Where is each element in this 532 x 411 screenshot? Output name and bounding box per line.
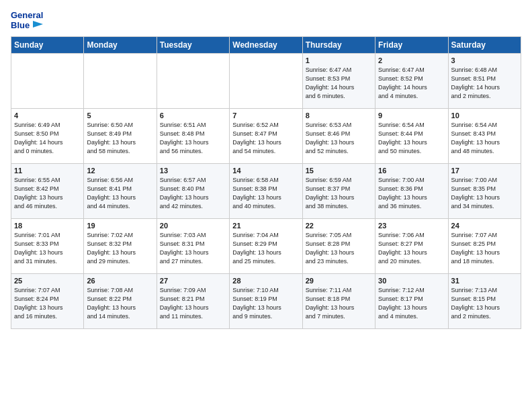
- logo-text-blue: Blue: [11, 21, 43, 31]
- day-number: 8: [306, 111, 372, 120]
- weekday-header-friday: Friday: [375, 36, 448, 53]
- day-number: 13: [160, 167, 226, 175]
- day-cell: 29Sunrise: 7:11 AM Sunset: 8:18 PM Dayli…: [302, 273, 375, 328]
- day-number: 31: [451, 277, 518, 285]
- calendar-table: SundayMondayTuesdayWednesdayThursdayFrid…: [11, 36, 521, 329]
- day-cell: 15Sunrise: 6:59 AM Sunset: 8:37 PM Dayli…: [302, 163, 375, 218]
- day-number: 12: [87, 167, 153, 175]
- day-number: 23: [378, 222, 445, 230]
- day-info: Sunrise: 7:12 AM Sunset: 8:17 PM Dayligh…: [378, 286, 445, 321]
- week-row-4: 18Sunrise: 7:01 AM Sunset: 8:33 PM Dayli…: [11, 218, 521, 273]
- day-number: 29: [306, 277, 372, 285]
- day-info: Sunrise: 6:58 AM Sunset: 8:38 PM Dayligh…: [232, 176, 299, 211]
- logo-graphic: General Blue: [11, 11, 43, 31]
- day-cell: 16Sunrise: 7:00 AM Sunset: 8:36 PM Dayli…: [375, 163, 448, 218]
- day-cell: 19Sunrise: 7:02 AM Sunset: 8:32 PM Dayli…: [84, 218, 157, 273]
- day-cell: 28Sunrise: 7:10 AM Sunset: 8:19 PM Dayli…: [230, 273, 302, 328]
- day-cell: 24Sunrise: 7:07 AM Sunset: 8:25 PM Dayli…: [448, 218, 521, 273]
- day-info: Sunrise: 6:47 AM Sunset: 8:52 PM Dayligh…: [378, 66, 445, 101]
- day-cell: [230, 53, 302, 108]
- day-info: Sunrise: 6:53 AM Sunset: 8:46 PM Dayligh…: [306, 121, 372, 156]
- day-info: Sunrise: 6:48 AM Sunset: 8:51 PM Dayligh…: [451, 66, 518, 101]
- day-number: 1: [306, 56, 372, 64]
- day-info: Sunrise: 7:10 AM Sunset: 8:19 PM Dayligh…: [232, 286, 299, 321]
- day-info: Sunrise: 6:56 AM Sunset: 8:41 PM Dayligh…: [87, 176, 153, 211]
- day-info: Sunrise: 6:54 AM Sunset: 8:44 PM Dayligh…: [378, 121, 445, 156]
- weekday-header-tuesday: Tuesday: [157, 36, 229, 53]
- day-number: 3: [451, 56, 518, 64]
- day-number: 5: [87, 111, 153, 120]
- day-cell: 10Sunrise: 6:54 AM Sunset: 8:43 PM Dayli…: [448, 108, 521, 163]
- day-info: Sunrise: 7:04 AM Sunset: 8:29 PM Dayligh…: [232, 231, 299, 266]
- day-info: Sunrise: 7:08 AM Sunset: 8:22 PM Dayligh…: [87, 286, 153, 321]
- day-info: Sunrise: 7:02 AM Sunset: 8:32 PM Dayligh…: [87, 231, 153, 266]
- day-info: Sunrise: 6:49 AM Sunset: 8:50 PM Dayligh…: [14, 121, 81, 156]
- weekday-header-saturday: Saturday: [448, 36, 521, 53]
- day-number: 19: [87, 222, 153, 230]
- day-cell: 14Sunrise: 6:58 AM Sunset: 8:38 PM Dayli…: [230, 163, 302, 218]
- day-number: 17: [451, 167, 518, 175]
- day-cell: 2Sunrise: 6:47 AM Sunset: 8:52 PM Daylig…: [375, 53, 448, 108]
- day-number: 18: [14, 222, 81, 230]
- day-number: 9: [378, 111, 445, 120]
- day-info: Sunrise: 6:54 AM Sunset: 8:43 PM Dayligh…: [451, 121, 518, 156]
- day-cell: 31Sunrise: 7:13 AM Sunset: 8:15 PM Dayli…: [448, 273, 521, 328]
- day-info: Sunrise: 7:13 AM Sunset: 8:15 PM Dayligh…: [451, 286, 518, 321]
- day-number: 10: [451, 111, 518, 120]
- day-info: Sunrise: 7:05 AM Sunset: 8:28 PM Dayligh…: [306, 231, 372, 266]
- day-cell: 25Sunrise: 7:07 AM Sunset: 8:24 PM Dayli…: [11, 273, 84, 328]
- day-cell: 21Sunrise: 7:04 AM Sunset: 8:29 PM Dayli…: [230, 218, 302, 273]
- day-number: 30: [378, 277, 445, 285]
- day-cell: [84, 53, 157, 108]
- day-info: Sunrise: 6:57 AM Sunset: 8:40 PM Dayligh…: [160, 176, 226, 211]
- weekday-header-wednesday: Wednesday: [230, 36, 302, 53]
- day-cell: 3Sunrise: 6:48 AM Sunset: 8:51 PM Daylig…: [448, 53, 521, 108]
- calendar-header: SundayMondayTuesdayWednesdayThursdayFrid…: [11, 36, 521, 53]
- day-info: Sunrise: 6:50 AM Sunset: 8:49 PM Dayligh…: [87, 121, 153, 156]
- week-row-3: 11Sunrise: 6:55 AM Sunset: 8:42 PM Dayli…: [11, 163, 521, 218]
- day-cell: 17Sunrise: 7:00 AM Sunset: 8:35 PM Dayli…: [448, 163, 521, 218]
- day-info: Sunrise: 6:55 AM Sunset: 8:42 PM Dayligh…: [14, 176, 81, 211]
- day-number: 20: [160, 222, 226, 230]
- day-info: Sunrise: 7:07 AM Sunset: 8:24 PM Dayligh…: [14, 286, 81, 321]
- day-number: 21: [232, 222, 299, 230]
- day-info: Sunrise: 7:00 AM Sunset: 8:36 PM Dayligh…: [378, 176, 445, 211]
- weekday-header-sunday: Sunday: [11, 36, 84, 53]
- day-number: 15: [306, 167, 372, 175]
- day-number: 6: [160, 111, 226, 120]
- day-cell: 1Sunrise: 6:47 AM Sunset: 8:53 PM Daylig…: [302, 53, 375, 108]
- day-cell: 20Sunrise: 7:03 AM Sunset: 8:31 PM Dayli…: [157, 218, 229, 273]
- header-row: General Blue: [11, 11, 521, 31]
- day-cell: 23Sunrise: 7:06 AM Sunset: 8:27 PM Dayli…: [375, 218, 448, 273]
- day-cell: 30Sunrise: 7:12 AM Sunset: 8:17 PM Dayli…: [375, 273, 448, 328]
- calendar-container: General Blue SundayMondayTuesdayWednesda…: [0, 0, 532, 336]
- day-cell: 5Sunrise: 6:50 AM Sunset: 8:49 PM Daylig…: [84, 108, 157, 163]
- day-cell: 7Sunrise: 6:52 AM Sunset: 8:47 PM Daylig…: [230, 108, 302, 163]
- week-row-2: 4Sunrise: 6:49 AM Sunset: 8:50 PM Daylig…: [11, 108, 521, 163]
- day-cell: 4Sunrise: 6:49 AM Sunset: 8:50 PM Daylig…: [11, 108, 84, 163]
- day-cell: 8Sunrise: 6:53 AM Sunset: 8:46 PM Daylig…: [302, 108, 375, 163]
- day-cell: 26Sunrise: 7:08 AM Sunset: 8:22 PM Dayli…: [84, 273, 157, 328]
- day-number: 14: [232, 167, 299, 175]
- day-cell: 12Sunrise: 6:56 AM Sunset: 8:41 PM Dayli…: [84, 163, 157, 218]
- svg-marker-0: [33, 21, 43, 28]
- calendar-body: 1Sunrise: 6:47 AM Sunset: 8:53 PM Daylig…: [11, 53, 521, 328]
- day-info: Sunrise: 7:00 AM Sunset: 8:35 PM Dayligh…: [451, 176, 518, 211]
- day-cell: 6Sunrise: 6:51 AM Sunset: 8:48 PM Daylig…: [157, 108, 229, 163]
- day-number: 28: [232, 277, 299, 285]
- weekday-header-thursday: Thursday: [302, 36, 375, 53]
- day-number: 27: [160, 277, 226, 285]
- day-number: 22: [306, 222, 372, 230]
- day-number: 24: [451, 222, 518, 230]
- day-cell: [157, 53, 229, 108]
- day-number: 4: [14, 111, 81, 120]
- day-cell: 13Sunrise: 6:57 AM Sunset: 8:40 PM Dayli…: [157, 163, 229, 218]
- day-number: 11: [14, 167, 81, 175]
- day-cell: 22Sunrise: 7:05 AM Sunset: 8:28 PM Dayli…: [302, 218, 375, 273]
- weekday-header-monday: Monday: [84, 36, 157, 53]
- day-info: Sunrise: 6:51 AM Sunset: 8:48 PM Dayligh…: [160, 121, 226, 156]
- day-cell: 18Sunrise: 7:01 AM Sunset: 8:33 PM Dayli…: [11, 218, 84, 273]
- weekday-header-row: SundayMondayTuesdayWednesdayThursdayFrid…: [11, 36, 521, 53]
- day-cell: [11, 53, 84, 108]
- day-info: Sunrise: 7:01 AM Sunset: 8:33 PM Dayligh…: [14, 231, 81, 266]
